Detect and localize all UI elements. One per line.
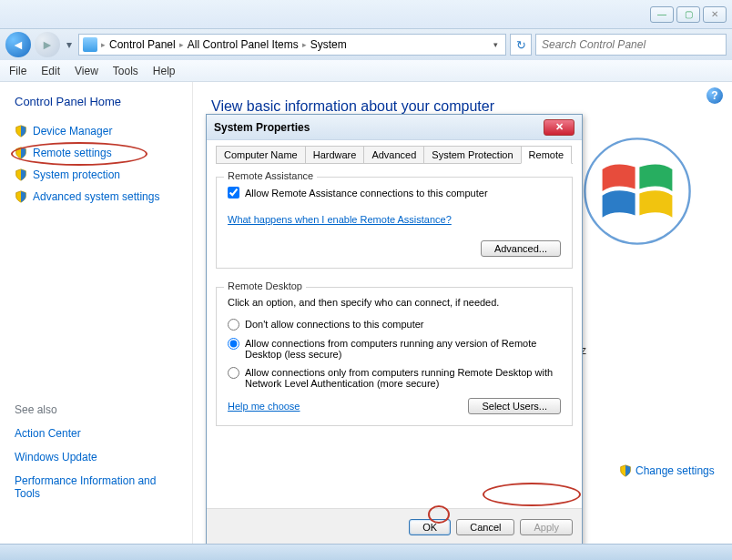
seealso-performance-info[interactable]: Performance Information and Tools xyxy=(15,474,183,500)
menu-view[interactable]: View xyxy=(75,65,98,77)
nav-history-dropdown[interactable]: ▾ xyxy=(64,36,75,54)
see-also-header: See also xyxy=(15,403,183,416)
change-settings-label[interactable]: Change settings xyxy=(635,464,715,477)
forward-button[interactable]: ► xyxy=(35,32,60,57)
rd-option-label: Allow connections only from computers ru… xyxy=(245,367,561,389)
control-panel-icon xyxy=(83,37,97,52)
ra-checkbox-input[interactable] xyxy=(228,187,239,199)
rd-option-deny[interactable]: Don't allow connections to this computer xyxy=(228,319,561,331)
seealso-windows-update[interactable]: Windows Update xyxy=(15,451,183,463)
change-settings-link[interactable]: Change settings xyxy=(619,464,715,477)
control-panel-home-link[interactable]: Control Panel Home xyxy=(15,95,183,108)
seealso-action-center[interactable]: Action Center xyxy=(15,427,183,440)
rd-radio-3[interactable] xyxy=(228,367,239,379)
sidebar: Control Panel Home Device Manager Remote… xyxy=(0,82,193,544)
menu-help[interactable]: Help xyxy=(153,65,176,77)
breadcrumb-sep: ▸ xyxy=(302,40,307,49)
minimize-button[interactable]: — xyxy=(650,6,674,23)
sidebar-link-label[interactable]: Device Manager xyxy=(33,125,112,137)
windows-logo xyxy=(583,137,692,246)
remote-assistance-group: Remote Assistance Allow Remote Assistanc… xyxy=(216,177,573,269)
shield-icon xyxy=(15,168,27,181)
navbar: ◄ ► ▾ ▸ Control Panel ▸ All Control Pane… xyxy=(0,29,732,60)
menu-file[interactable]: File xyxy=(9,65,26,77)
search-box[interactable] xyxy=(535,34,727,56)
sidebar-item-system-protection[interactable]: System protection xyxy=(15,168,183,181)
maximize-button[interactable]: ▢ xyxy=(676,6,700,23)
page-title: View basic information about your comput… xyxy=(211,98,714,115)
ok-button[interactable]: OK xyxy=(409,519,451,535)
dialog-footer: OK Cancel Apply xyxy=(207,508,582,545)
cancel-button[interactable]: Cancel xyxy=(456,519,514,535)
close-button[interactable]: ✕ xyxy=(703,6,727,23)
sidebar-link-label[interactable]: Remote settings xyxy=(33,147,112,159)
select-users-button[interactable]: Select Users... xyxy=(468,398,561,414)
rd-option-label: Don't allow connections to this computer xyxy=(245,319,561,330)
menubar: File Edit View Tools Help xyxy=(0,60,732,82)
breadcrumb[interactable]: ▸ Control Panel ▸ All Control Panel Item… xyxy=(78,34,506,56)
dialog-body: Computer Name Hardware Advanced System P… xyxy=(207,140,582,508)
shield-icon xyxy=(619,464,632,477)
dialog-close-button[interactable]: ✕ xyxy=(544,119,574,136)
sidebar-item-remote-settings[interactable]: Remote settings xyxy=(15,147,183,159)
breadcrumb-item[interactable]: All Control Panel Items xyxy=(188,38,299,51)
tab-strip: Computer Name Hardware Advanced System P… xyxy=(216,146,573,164)
statusbar xyxy=(0,544,732,560)
breadcrumb-item[interactable]: Control Panel xyxy=(109,38,176,51)
rd-help-link[interactable]: Help me choose xyxy=(228,401,300,412)
see-also: See also Action Center Windows Update Pe… xyxy=(15,403,183,500)
system-properties-dialog: System Properties ✕ Computer Name Hardwa… xyxy=(206,114,583,545)
rd-option-any-version[interactable]: Allow connections from computers running… xyxy=(228,338,561,360)
breadcrumb-item[interactable]: System xyxy=(310,38,347,51)
apply-button[interactable]: Apply xyxy=(520,519,573,535)
tab-hardware[interactable]: Hardware xyxy=(305,146,365,163)
svg-point-0 xyxy=(585,138,689,243)
sidebar-link-label[interactable]: Advanced system settings xyxy=(33,190,159,203)
sidebar-item-device-manager[interactable]: Device Manager xyxy=(15,125,183,137)
group-legend: Remote Desktop xyxy=(224,280,306,291)
menu-edit[interactable]: Edit xyxy=(41,65,60,77)
refresh-button[interactable]: ↻ xyxy=(510,34,532,56)
breadcrumb-sep: ▸ xyxy=(101,40,106,49)
tab-computer-name[interactable]: Computer Name xyxy=(216,146,306,163)
tab-system-protection[interactable]: System Protection xyxy=(423,146,521,163)
breadcrumb-dropdown[interactable]: ▾ xyxy=(490,40,502,49)
ra-checkbox-label: Allow Remote Assistance connections to t… xyxy=(245,188,488,199)
sidebar-link-label[interactable]: System protection xyxy=(33,168,120,181)
tab-remote[interactable]: Remote xyxy=(521,146,573,164)
search-input[interactable] xyxy=(542,38,720,51)
help-icon[interactable]: ? xyxy=(707,87,723,104)
remote-desktop-group: Remote Desktop Click an option, and then… xyxy=(216,287,573,426)
shield-icon xyxy=(15,125,27,137)
ra-help-link[interactable]: What happens when I enable Remote Assist… xyxy=(228,214,452,225)
titlebar: — ▢ ✕ xyxy=(0,0,732,29)
rd-option-nla[interactable]: Allow connections only from computers ru… xyxy=(228,367,561,389)
sidebar-item-advanced-system-settings[interactable]: Advanced system settings xyxy=(15,190,183,203)
dialog-title: System Properties xyxy=(214,121,310,134)
shield-icon xyxy=(15,147,27,159)
rd-radio-1[interactable] xyxy=(228,319,239,331)
tab-advanced[interactable]: Advanced xyxy=(363,146,424,163)
back-button[interactable]: ◄ xyxy=(5,32,31,57)
allow-remote-assistance-checkbox[interactable]: Allow Remote Assistance connections to t… xyxy=(228,187,561,199)
shield-icon xyxy=(15,190,27,203)
rd-option-label: Allow connections from computers running… xyxy=(245,338,561,360)
dialog-titlebar[interactable]: System Properties ✕ xyxy=(207,115,582,140)
rd-radio-2[interactable] xyxy=(228,338,239,350)
rd-description: Click an option, and then specify who ca… xyxy=(228,297,561,308)
ra-advanced-button[interactable]: Advanced... xyxy=(481,240,561,257)
group-legend: Remote Assistance xyxy=(224,170,317,181)
breadcrumb-sep: ▸ xyxy=(179,40,184,49)
menu-tools[interactable]: Tools xyxy=(113,65,138,77)
